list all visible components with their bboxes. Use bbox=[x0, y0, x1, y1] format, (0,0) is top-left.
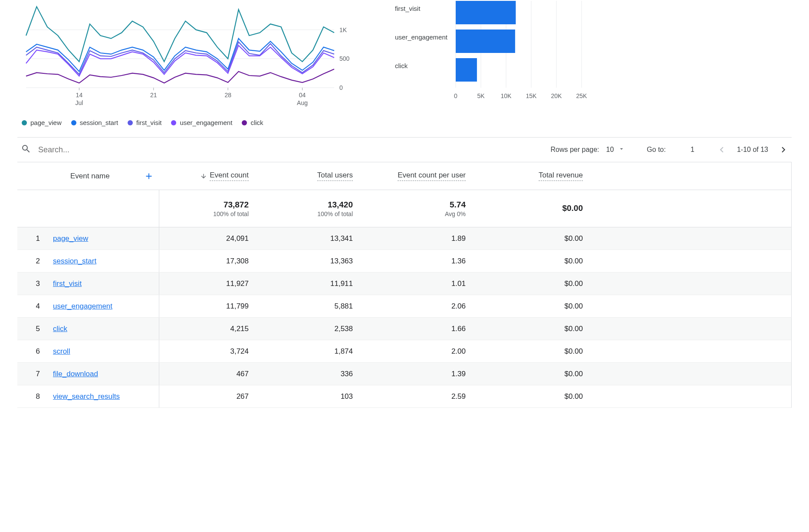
svg-rect-28 bbox=[456, 1, 516, 24]
sort-down-icon bbox=[200, 173, 207, 180]
event-name-link[interactable]: first_visit bbox=[53, 279, 82, 288]
svg-text:20K: 20K bbox=[551, 92, 562, 99]
row-revenue: $0.00 bbox=[476, 370, 593, 378]
table-row: 4user_engagement11,7995,8812.06$0.00 bbox=[17, 295, 792, 318]
row-total-users: 5,881 bbox=[259, 302, 363, 311]
legend-item[interactable]: first_visit bbox=[128, 119, 161, 126]
totals-revenue: $0.00 bbox=[476, 190, 593, 227]
svg-text:14: 14 bbox=[76, 92, 83, 99]
rows-per-page-label: Rows per page: bbox=[551, 146, 599, 154]
events-table: Event name Event count Total users Event… bbox=[17, 162, 792, 408]
svg-text:04: 04 bbox=[299, 92, 306, 99]
event-name-link[interactable]: view_search_results bbox=[53, 392, 120, 401]
svg-text:0: 0 bbox=[454, 92, 457, 99]
goto-input[interactable] bbox=[673, 146, 694, 154]
legend-item[interactable]: user_engagement bbox=[171, 119, 232, 126]
row-index: 7 bbox=[17, 370, 53, 378]
legend-label: session_start bbox=[80, 119, 118, 126]
row-revenue: $0.00 bbox=[476, 257, 593, 266]
row-per-user: 1.66 bbox=[363, 325, 476, 333]
svg-rect-29 bbox=[456, 30, 515, 53]
event-name-link[interactable]: scroll bbox=[53, 347, 70, 356]
row-index: 5 bbox=[17, 325, 53, 333]
event-name-link[interactable]: user_engagement bbox=[53, 302, 112, 311]
svg-text:25K: 25K bbox=[576, 92, 588, 99]
col-event-count[interactable]: Event count bbox=[159, 171, 259, 181]
charts-row: 05001K14Jul212804Aug page_viewsession_st… bbox=[17, 0, 792, 137]
col-event-count-per-user[interactable]: Event count per user bbox=[363, 171, 476, 181]
table-row: 8view_search_results2671032.59$0.00 bbox=[17, 385, 792, 408]
row-revenue: $0.00 bbox=[476, 392, 593, 401]
row-revenue: $0.00 bbox=[476, 279, 593, 288]
svg-text:15K: 15K bbox=[526, 92, 537, 99]
row-event-count: 267 bbox=[159, 392, 259, 401]
row-total-users: 1,874 bbox=[259, 347, 363, 356]
legend-item[interactable]: click bbox=[242, 119, 263, 126]
table-row: 6scroll3,7241,8742.00$0.00 bbox=[17, 340, 792, 363]
row-index: 3 bbox=[17, 279, 53, 288]
svg-text:Aug: Aug bbox=[297, 99, 308, 106]
prev-page-button[interactable] bbox=[716, 144, 727, 155]
legend-dot-icon bbox=[128, 120, 133, 125]
next-page-button[interactable] bbox=[778, 144, 789, 155]
table-toolbar: Rows per page: 10 Go to: 1-10 of 13 bbox=[17, 137, 792, 162]
row-event-count: 11,927 bbox=[159, 279, 259, 288]
rows-per-page-select[interactable]: 10 bbox=[606, 145, 625, 154]
legend-dot-icon bbox=[242, 120, 247, 125]
col-event-name[interactable]: Event name bbox=[53, 169, 159, 183]
line-chart-svg: 05001K14Jul212804Aug bbox=[17, 1, 356, 109]
bar-label: user_engagement bbox=[382, 33, 448, 42]
row-event-count: 17,308 bbox=[159, 257, 259, 266]
row-event-count: 4,215 bbox=[159, 325, 259, 333]
svg-text:0: 0 bbox=[339, 84, 343, 91]
row-index: 8 bbox=[17, 392, 53, 401]
row-revenue: $0.00 bbox=[476, 347, 593, 356]
table-row: 3first_visit11,92711,9111.01$0.00 bbox=[17, 273, 792, 295]
svg-text:10K: 10K bbox=[501, 92, 512, 99]
row-index: 1 bbox=[17, 234, 53, 243]
search-input[interactable] bbox=[38, 145, 212, 154]
row-event-count: 24,091 bbox=[159, 234, 259, 243]
row-per-user: 1.39 bbox=[363, 370, 476, 378]
add-dimension-button[interactable] bbox=[142, 169, 156, 183]
legend-label: first_visit bbox=[136, 119, 161, 126]
bar-chart-svg: 05K10K15K20K25Kfirst_visituser_engagemen… bbox=[382, 1, 590, 105]
row-index: 6 bbox=[17, 347, 53, 356]
row-per-user: 1.01 bbox=[363, 279, 476, 288]
table-totals-row: 73,872 100% of total 13,420 100% of tota… bbox=[17, 190, 792, 227]
row-per-user: 1.36 bbox=[363, 257, 476, 266]
col-total-revenue[interactable]: Total revenue bbox=[476, 171, 593, 181]
event-name-link[interactable]: page_view bbox=[53, 234, 88, 243]
col-total-users[interactable]: Total users bbox=[259, 171, 363, 181]
event-name-link[interactable]: session_start bbox=[53, 257, 96, 266]
bar-chart: 05K10K15K20K25Kfirst_visituser_engagemen… bbox=[382, 1, 590, 137]
svg-text:1K: 1K bbox=[339, 26, 347, 33]
row-event-name: page_view bbox=[53, 227, 159, 250]
table-header-row: Event name Event count Total users Event… bbox=[17, 162, 792, 190]
legend-label: user_engagement bbox=[180, 119, 232, 126]
table-row: 5click4,2152,5381.66$0.00 bbox=[17, 318, 792, 340]
row-index: 4 bbox=[17, 302, 53, 311]
row-index: 2 bbox=[17, 257, 53, 266]
event-name-link[interactable]: file_download bbox=[53, 370, 98, 378]
svg-text:Jul: Jul bbox=[75, 99, 83, 106]
table-row: 2session_start17,30813,3631.36$0.00 bbox=[17, 250, 792, 273]
row-event-count: 11,799 bbox=[159, 302, 259, 311]
legend-dot-icon bbox=[171, 120, 176, 125]
event-name-link[interactable]: click bbox=[53, 325, 67, 333]
totals-per-user: 5.74 Avg 0% bbox=[363, 190, 476, 227]
legend-item[interactable]: page_view bbox=[22, 119, 62, 126]
table-row: 7file_download4673361.39$0.00 bbox=[17, 363, 792, 385]
svg-text:500: 500 bbox=[339, 55, 350, 62]
row-total-users: 13,363 bbox=[259, 257, 363, 266]
legend-item[interactable]: session_start bbox=[71, 119, 118, 126]
chevron-down-icon bbox=[618, 145, 625, 154]
line-chart: 05001K14Jul212804Aug page_viewsession_st… bbox=[17, 1, 356, 137]
goto-label: Go to: bbox=[647, 146, 666, 154]
totals-event-count: 73,872 100% of total bbox=[159, 190, 259, 227]
row-event-name: scroll bbox=[53, 340, 159, 362]
row-total-users: 103 bbox=[259, 392, 363, 401]
row-revenue: $0.00 bbox=[476, 302, 593, 311]
bar-label: first_visit bbox=[382, 4, 448, 13]
row-per-user: 2.00 bbox=[363, 347, 476, 356]
